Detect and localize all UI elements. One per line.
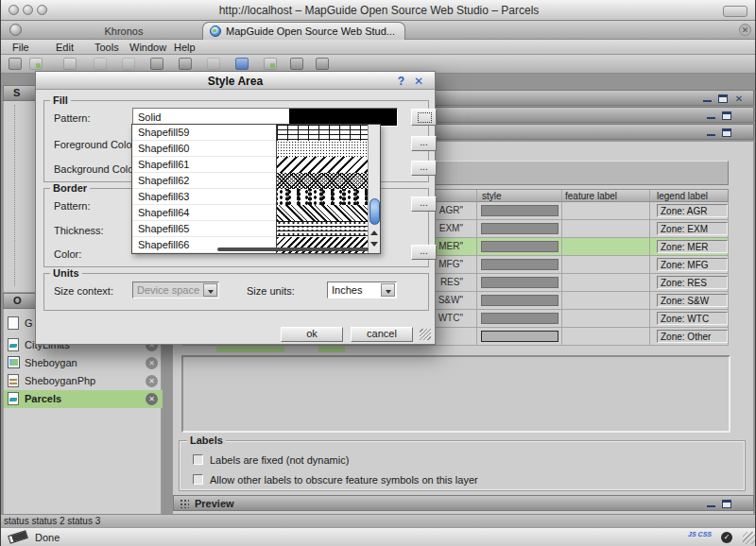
tab-khronos[interactable]: Khronos bbox=[58, 26, 190, 37]
status-message: status status 2 status 3 bbox=[4, 516, 100, 526]
close-item-icon[interactable]: ✕ bbox=[146, 393, 158, 405]
legend-label-field[interactable]: Zone: WTC bbox=[657, 312, 728, 325]
dropdown-item[interactable]: Shapefill59 bbox=[132, 125, 368, 141]
minimize-icon[interactable] bbox=[707, 111, 715, 119]
fg-color-button[interactable]: ... bbox=[411, 136, 437, 151]
cancel-button[interactable]: cancel bbox=[351, 327, 413, 342]
style-swatch[interactable] bbox=[481, 259, 558, 270]
size-units-select[interactable]: Inches bbox=[327, 282, 397, 299]
legend-label-field[interactable]: Zone: MER bbox=[657, 240, 728, 253]
size-context-select[interactable]: Device space bbox=[132, 282, 219, 299]
style-swatch[interactable] bbox=[481, 223, 558, 234]
wave-pattern-swatch bbox=[276, 205, 368, 221]
server-icon[interactable] bbox=[9, 58, 22, 70]
minimize-icon[interactable] bbox=[707, 128, 715, 136]
maximize-icon[interactable] bbox=[718, 94, 728, 103]
net-pattern-swatch bbox=[276, 173, 368, 189]
cut-icon[interactable] bbox=[150, 58, 163, 70]
units-legend: Units bbox=[50, 267, 82, 279]
toolbar-toggle-widget[interactable] bbox=[723, 6, 747, 17]
dropdown-scrollbar[interactable] bbox=[368, 125, 380, 253]
js-css-badge[interactable]: JS CSS bbox=[688, 531, 712, 537]
border-pattern-button[interactable]: ... bbox=[411, 196, 437, 212]
minimize-icon[interactable] bbox=[707, 500, 715, 507]
menu-bar: File Edit Tools Window Help bbox=[1, 40, 756, 55]
scrollbar-thumb[interactable] bbox=[369, 198, 380, 225]
dropdown-hscrollbar[interactable] bbox=[217, 247, 369, 251]
dropdown-item[interactable]: Shapefill64 bbox=[132, 205, 368, 221]
style-swatch[interactable] bbox=[481, 241, 558, 252]
maximize-icon[interactable] bbox=[722, 111, 731, 120]
menu-file[interactable]: File bbox=[12, 42, 29, 53]
ok-button[interactable]: ok bbox=[281, 327, 343, 342]
delete-icon[interactable] bbox=[290, 58, 303, 70]
maximize-icon[interactable] bbox=[722, 500, 731, 508]
list-item[interactable]: SheboyganPhp ✕ bbox=[4, 372, 163, 390]
new-icon[interactable] bbox=[29, 58, 43, 70]
remove-icon[interactable] bbox=[316, 58, 329, 70]
menu-tools[interactable]: Tools bbox=[94, 42, 119, 53]
legend-label-field[interactable]: Zone: AGR bbox=[657, 204, 728, 217]
dialog-title-bar[interactable]: Style Area ? ✕ bbox=[36, 72, 435, 90]
bg-color-label: Background Color: bbox=[54, 163, 140, 175]
legend-label-field[interactable]: Zone: MFG bbox=[657, 258, 728, 271]
close-item-icon[interactable]: ✕ bbox=[146, 357, 158, 369]
help-icon[interactable]: ? bbox=[398, 75, 404, 88]
legend-label-field[interactable]: Zone: EXM bbox=[657, 222, 728, 235]
save-icon[interactable] bbox=[94, 58, 107, 70]
menu-window[interactable]: Window bbox=[129, 42, 166, 53]
border-color-button[interactable]: ... bbox=[411, 245, 437, 260]
dialog-resize-grip[interactable] bbox=[420, 329, 431, 340]
bg-color-button[interactable]: ... bbox=[411, 161, 437, 176]
resize-grip[interactable] bbox=[743, 532, 755, 544]
layer-icon bbox=[8, 338, 19, 351]
menu-edit[interactable]: Edit bbox=[56, 42, 74, 53]
list-item[interactable]: Sheboygan ✕ bbox=[4, 354, 163, 372]
duplicate-icon[interactable] bbox=[122, 58, 135, 70]
chevron-down-icon bbox=[381, 283, 395, 297]
legend-label-field[interactable]: Zone: RES bbox=[657, 276, 728, 289]
size-context-label: Size context: bbox=[54, 285, 113, 297]
dropdown-item[interactable]: Shapefill62 bbox=[132, 173, 368, 189]
diagonal-pattern-swatch bbox=[276, 157, 368, 173]
copy-icon[interactable] bbox=[179, 58, 192, 70]
dropdown-item[interactable]: Shapefill60 bbox=[132, 141, 368, 157]
list-item-selected[interactable]: Parcels ✕ bbox=[4, 390, 163, 408]
style-swatch[interactable] bbox=[481, 277, 558, 288]
minimize-icon[interactable] bbox=[703, 94, 712, 102]
close-icon[interactable]: ✕ bbox=[734, 94, 744, 103]
dropdown-item[interactable]: Shapefill65 bbox=[132, 221, 368, 237]
pattern-dropdown-list: Shapefill59 Shapefill60 Shapefill61 Shap… bbox=[131, 124, 381, 254]
menu-help[interactable]: Help bbox=[174, 42, 196, 53]
scroll-down-icon[interactable] bbox=[370, 242, 378, 247]
style-swatch[interactable] bbox=[481, 331, 558, 342]
legend-label-field[interactable]: Zone: Other bbox=[657, 330, 728, 343]
labels-obscure-checkbox[interactable] bbox=[193, 474, 203, 485]
tab-close-icon[interactable]: ✕ bbox=[739, 24, 751, 36]
fg-color-label: Foreground Color: bbox=[54, 139, 138, 150]
document-icon bbox=[8, 316, 19, 330]
col-feature-header: feature label bbox=[565, 191, 617, 201]
list-item-label: Sheboygan bbox=[25, 357, 77, 368]
forward-icon[interactable] bbox=[235, 58, 249, 70]
dropdown-item[interactable]: Shapefill61 bbox=[132, 157, 368, 173]
validate-icon[interactable] bbox=[264, 58, 277, 70]
preview-panel-header[interactable]: Preview bbox=[173, 495, 754, 511]
close-item-icon[interactable]: ✕ bbox=[146, 375, 158, 387]
app-window: http://localhost – MapGuide Open Source … bbox=[0, 0, 756, 546]
dropdown-item[interactable]: Shapefill63 bbox=[132, 189, 368, 205]
paste-icon[interactable] bbox=[207, 58, 220, 70]
labels-fixed-checkbox[interactable] bbox=[193, 454, 203, 465]
dialog-close-icon[interactable]: ✕ bbox=[414, 75, 423, 88]
legend-label-field[interactable]: Zone: S&W bbox=[657, 294, 728, 307]
style-swatch[interactable] bbox=[481, 205, 558, 216]
security-check-icon[interactable]: ✓ bbox=[721, 532, 732, 543]
style-swatch[interactable] bbox=[481, 313, 558, 324]
edit-icon[interactable] bbox=[63, 58, 77, 70]
maximize-icon[interactable] bbox=[722, 128, 731, 137]
fill-pattern-picker-button[interactable] bbox=[411, 109, 437, 126]
tab-mapguide[interactable]: MapGuide Open Source Web Stud... bbox=[202, 22, 405, 40]
style-swatch[interactable] bbox=[481, 295, 558, 306]
app-sphere-icon bbox=[9, 24, 22, 36]
scroll-up-icon[interactable] bbox=[370, 230, 378, 235]
